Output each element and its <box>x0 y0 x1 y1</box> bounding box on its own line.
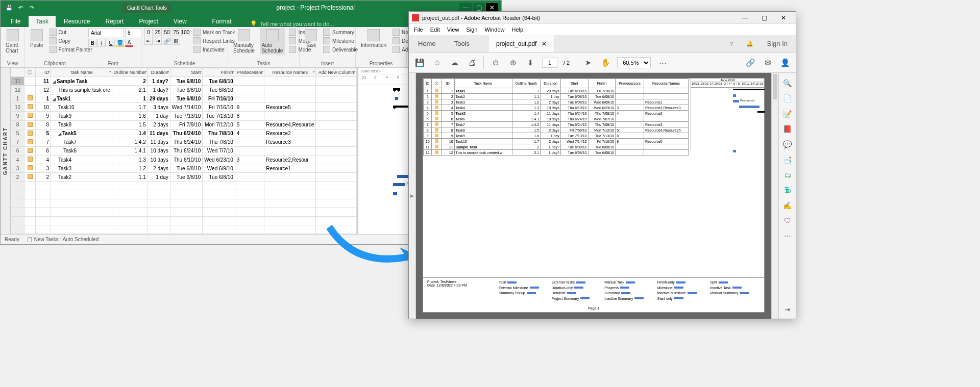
tab-resource[interactable]: Resource <box>57 16 97 27</box>
tab-format[interactable]: Format <box>205 16 239 27</box>
comment-tool-icon[interactable]: 💬 <box>782 139 793 149</box>
tab-file[interactable]: File <box>4 16 28 27</box>
col-finish[interactable]: Finish▾ <box>203 68 235 77</box>
font-color-button[interactable]: A <box>125 39 133 47</box>
acrobat-scrollbar[interactable] <box>771 73 778 319</box>
table-row[interactable]: 33Task31.22 daysTue 6/8/10Wed 6/9/10Reso… <box>11 164 357 173</box>
menu-view[interactable]: View <box>447 27 459 33</box>
deliverable-button[interactable]: Deliverable <box>322 45 359 54</box>
pct25-button[interactable]: 25 <box>154 28 162 36</box>
scroll-thumb[interactable] <box>773 74 777 99</box>
print-icon[interactable]: 🖨 <box>466 57 477 68</box>
table-row[interactable]: 1010Task101.73 daysWed 7/14/10Fri 7/16/1… <box>11 103 357 112</box>
manual-schedule-button[interactable]: Manually Schedule <box>231 28 257 55</box>
save-icon[interactable]: 💾 <box>414 57 425 68</box>
link-button[interactable]: 🔗 <box>163 37 171 45</box>
gantt-chart-button[interactable]: Gantt Chart <box>4 28 21 55</box>
pct0-button[interactable]: 0 <box>144 28 153 36</box>
auto-schedule-button[interactable]: Auto Schedule <box>260 28 285 55</box>
protect-tool-icon[interactable]: 🛡 <box>782 216 793 226</box>
link-icon[interactable]: 🔗 <box>745 57 756 68</box>
task-insert-button[interactable]: Task <box>303 28 319 49</box>
table-row[interactable]: 77Task71.4.211 daysThu 6/24/10Thu 7/8/10… <box>11 138 357 146</box>
col-id[interactable]: ID▾ <box>36 68 51 77</box>
bell-icon[interactable]: 🔔 <box>744 38 756 50</box>
table-row[interactable]: 1212This is sample task cre2.11 day?Tue … <box>11 86 357 94</box>
tab-view[interactable]: View <box>166 16 194 27</box>
zoom-out-icon[interactable]: ⊖ <box>490 57 501 68</box>
download-icon[interactable]: ⬇ <box>525 57 536 68</box>
zoom-select[interactable]: 60.5% <box>617 57 651 68</box>
bold-button[interactable]: B <box>88 39 96 47</box>
combine-tool-icon[interactable]: 📑 <box>782 154 793 165</box>
more-tools-icon[interactable]: ⋯ <box>782 231 793 241</box>
create-tool-icon[interactable]: 📕 <box>782 124 793 134</box>
tab-report[interactable]: Report <box>98 16 131 27</box>
col-rownum[interactable] <box>11 68 24 77</box>
paste-button[interactable]: Paste <box>28 28 45 49</box>
table-row[interactable]: 55◢Task51.411 daysThu 6/24/10Thu 7/8/104… <box>11 129 357 138</box>
col-predecessor[interactable]: Predecessor▾ <box>235 68 264 77</box>
redo-icon[interactable]: ↷ <box>28 4 35 11</box>
tool-tab[interactable]: Gantt Chart Tools <box>122 3 172 13</box>
italic-button[interactable]: I <box>97 39 106 47</box>
unlink-button[interactable]: ⛓ <box>172 37 180 45</box>
maximize-button[interactable]: ▢ <box>755 13 773 23</box>
col-start[interactable]: Start▾ <box>170 68 203 77</box>
table-row[interactable]: 66Task61.4.110 daysThu 6/24/10Wed 7/7/10 <box>11 146 357 155</box>
left-panel-toggle[interactable]: ▶ <box>409 73 416 319</box>
help-icon[interactable]: ? <box>725 38 738 50</box>
pct75-button[interactable]: 75 <box>172 28 180 36</box>
organize-tool-icon[interactable]: 🗂 <box>782 170 793 180</box>
compress-tool-icon[interactable]: 🗜 <box>782 185 793 195</box>
font-select[interactable] <box>88 28 124 37</box>
hand-tool-icon[interactable]: ✋ <box>600 57 611 68</box>
table-row[interactable]: 99Task91.61 dayTue 7/13/10Tue 7/13/108 <box>11 112 357 120</box>
page-number-input[interactable] <box>542 58 557 68</box>
select-tool-icon[interactable]: ➤ <box>582 57 594 68</box>
col-duration[interactable]: Duration▾ <box>148 68 170 77</box>
col-indicator[interactable]: ⓘ <box>24 68 36 77</box>
account-icon[interactable]: 👤 <box>779 57 791 68</box>
save-icon[interactable]: 💾 <box>6 4 13 11</box>
milestone-button[interactable]: Milestone <box>322 37 359 45</box>
col-add-new[interactable]: Add New Column▾ <box>316 68 357 77</box>
page-viewport[interactable]: ID ⓘ ID Task Name Outline Numb Duration … <box>416 73 771 319</box>
search-tool-icon[interactable]: 🔍 <box>782 78 793 88</box>
table-row[interactable]: 22Task21.11 dayTue 6/8/10Tue 6/8/10 <box>11 173 357 182</box>
mail-icon[interactable]: ✉ <box>762 57 773 68</box>
col-resources[interactable]: Resource Names▾ <box>264 68 316 77</box>
minimize-button[interactable]: ― <box>736 13 754 23</box>
close-button[interactable]: ✕ <box>774 13 793 23</box>
collapse-panel-icon[interactable]: ⇥ <box>782 304 793 315</box>
menu-help[interactable]: Help <box>512 27 524 33</box>
col-taskname[interactable]: Task Name▾ <box>51 68 112 77</box>
tell-me[interactable]: 💡Tell me what you want to do... <box>250 20 334 27</box>
tab-home[interactable]: Home <box>409 36 445 51</box>
table-row[interactable]: 1111◢Sample Task21 day?Tue 6/8/10Tue 6/8… <box>11 77 357 86</box>
cloud-icon[interactable]: ☁ <box>449 57 460 68</box>
menu-sign[interactable]: Sign <box>466 27 477 33</box>
tab-tools[interactable]: Tools <box>445 36 479 51</box>
information-button[interactable]: Information <box>359 28 388 49</box>
more-icon[interactable]: ⋯ <box>657 57 668 68</box>
summary-button[interactable]: Summary <box>322 28 359 36</box>
tab-project[interactable]: Project <box>132 16 165 27</box>
zoom-in-icon[interactable]: ⊕ <box>507 57 519 68</box>
table-row[interactable]: 44Task41.310 daysThu 6/10/10Wed 6/23/103… <box>11 155 357 164</box>
pct100-button[interactable]: 100 <box>181 28 189 36</box>
export-tool-icon[interactable]: 📄 <box>782 93 793 104</box>
font-size-select[interactable] <box>125 28 141 37</box>
sign-tool-icon[interactable]: ✍ <box>782 200 793 211</box>
col-outline[interactable]: Outline Number▾ <box>112 68 148 77</box>
menu-window[interactable]: Window <box>484 27 504 33</box>
close-tab-icon[interactable]: ✕ <box>542 40 547 47</box>
menu-edit[interactable]: Edit <box>430 27 440 33</box>
document-tab[interactable]: project_out.pdf✕ <box>489 35 554 52</box>
table-row[interactable]: 11◢Task1129 daysTue 6/8/10Fri 7/16/10 <box>11 94 357 103</box>
fill-color-button[interactable]: 🪣 <box>116 39 124 47</box>
edit-tool-icon[interactable]: 📝 <box>782 109 793 119</box>
underline-button[interactable]: U <box>107 39 115 47</box>
sign-in-button[interactable]: Sign In <box>759 40 796 47</box>
table-row[interactable]: 88Task81.52 daysFri 7/9/10Mon 7/12/105Re… <box>11 120 357 129</box>
